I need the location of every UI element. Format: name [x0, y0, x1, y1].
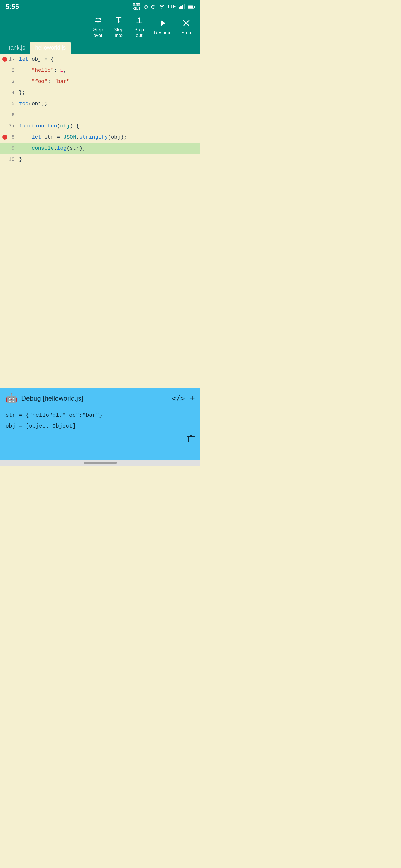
gutter-7: 7 ▾ — [0, 123, 17, 129]
signal-icon — [179, 4, 185, 9]
debug-actions: </> + — [172, 393, 195, 403]
step-over-button[interactable]: Stepover — [88, 16, 108, 39]
svg-rect-0 — [179, 7, 180, 9]
step-out-icon — [135, 17, 143, 26]
gutter-4: 4 — [0, 90, 17, 95]
debug-footer — [0, 434, 200, 445]
resume-icon — [159, 19, 167, 29]
mute-icon: ⊖ — [151, 3, 156, 10]
gutter-2: 2 — [0, 68, 17, 73]
code-line-6: 6 — [0, 109, 200, 121]
gutter-9: 9 — [0, 146, 17, 151]
battery-icon — [188, 4, 195, 9]
debug-var-obj: obj = [object Object] — [6, 421, 195, 432]
debug-toolbar: Stepover StepInto Stepout — [0, 13, 200, 42]
resume-label: Resume — [154, 30, 172, 36]
code-content-10: } — [17, 156, 22, 162]
step-out-button[interactable]: Stepout — [130, 16, 149, 39]
code-content-1: let obj = { — [17, 56, 54, 62]
svg-rect-2 — [182, 5, 183, 9]
status-time: 5:55 — [6, 3, 19, 10]
code-editor: 1 ▾ let obj = { 2 "hello": 1, 3 "foo": "… — [0, 54, 200, 388]
svg-rect-5 — [188, 6, 193, 8]
delete-button[interactable] — [187, 434, 195, 445]
gutter-8: 8 — [0, 134, 17, 140]
trash-icon — [187, 436, 195, 445]
code-view-button[interactable]: </> — [172, 394, 184, 403]
bottom-bar — [0, 460, 200, 466]
code-empty-space — [0, 165, 200, 360]
svg-marker-16 — [161, 20, 165, 26]
status-bar: 5:55 5:55KB/S ⊙ ⊖ LTE — [0, 0, 200, 13]
gutter-5: 5 — [0, 101, 17, 106]
step-into-button[interactable]: StepInto — [109, 16, 128, 39]
wifi-icon — [159, 4, 165, 10]
gutter-6: 6 — [0, 112, 17, 118]
code-icon: </> — [172, 394, 184, 403]
code-content-3: "foo": "bar" — [17, 79, 69, 85]
gutter-1: 1 ▾ — [0, 57, 17, 62]
debug-header: 🤖 Debug [helloworld.js] </> + — [0, 388, 200, 407]
home-indicator — [84, 462, 117, 464]
kb-indicator: 5:55KB/S — [132, 3, 141, 11]
add-variable-button[interactable]: + — [190, 393, 195, 403]
hotspot-icon: ⊙ — [143, 3, 148, 10]
lte-icon: LTE — [168, 4, 176, 9]
breakpoint-1 — [2, 57, 7, 62]
debug-title-area: 🤖 Debug [helloworld.js] — [6, 393, 83, 404]
code-content-2: "hello": 1, — [17, 67, 66, 73]
svg-marker-11 — [117, 21, 120, 23]
code-line-4: 4 }; — [0, 87, 200, 98]
tab-helloworld-js[interactable]: helloworld.js — [30, 42, 71, 54]
debug-robot-icon: 🤖 — [6, 393, 17, 404]
status-icons: 5:55KB/S ⊙ ⊖ LTE — [132, 3, 195, 11]
code-line-9: 9 console.log(str); — [0, 143, 200, 154]
stop-button[interactable]: Stop — [176, 18, 196, 37]
stop-icon — [182, 19, 190, 29]
debug-var-str: str = {"hello":1,"foo":"bar"} — [6, 410, 195, 421]
plus-icon: + — [190, 393, 195, 403]
debug-title: Debug [helloworld.js] — [21, 395, 83, 402]
step-over-icon — [94, 17, 102, 26]
code-line-10: 10 } — [0, 154, 200, 165]
editor-tabs: Tank.js helloworld.js — [0, 42, 200, 54]
debug-panel: 🤖 Debug [helloworld.js] </> + str = {"he… — [0, 388, 200, 460]
code-line-5: 5 foo(obj); — [0, 98, 200, 109]
step-into-icon — [114, 17, 123, 26]
tab-tank-js[interactable]: Tank.js — [3, 42, 30, 54]
code-content-9: console.log(str); — [17, 145, 86, 151]
code-content-7: function foo(obj) { — [17, 123, 79, 129]
code-line-1: 1 ▾ let obj = { — [0, 54, 200, 65]
debug-variables: str = {"hello":1,"foo":"bar"} obj = [obj… — [0, 407, 200, 434]
code-content-6 — [17, 112, 22, 118]
svg-rect-3 — [184, 4, 185, 9]
step-over-label: Stepover — [93, 27, 103, 38]
breakpoint-8 — [2, 135, 7, 140]
code-content-4: }; — [17, 90, 25, 96]
code-line-2: 2 "hello": 1, — [0, 65, 200, 76]
code-line-7: 7 ▾ function foo(obj) { — [0, 121, 200, 132]
svg-rect-1 — [180, 6, 181, 9]
stop-label: Stop — [181, 30, 191, 36]
code-line-8: 8 let str = JSON.stringify(obj); — [0, 132, 200, 143]
svg-rect-6 — [194, 6, 195, 7]
step-out-label: Stepout — [134, 27, 144, 38]
step-into-label: StepInto — [114, 27, 123, 38]
code-line-3: 3 "foo": "bar" — [0, 76, 200, 87]
gutter-10: 10 — [0, 157, 17, 162]
code-content-8: let str = JSON.stringify(obj); — [17, 134, 127, 140]
resume-button[interactable]: Resume — [150, 18, 175, 37]
svg-marker-14 — [138, 17, 141, 20]
code-content-5: foo(obj); — [17, 101, 48, 107]
gutter-3: 3 — [0, 79, 17, 84]
